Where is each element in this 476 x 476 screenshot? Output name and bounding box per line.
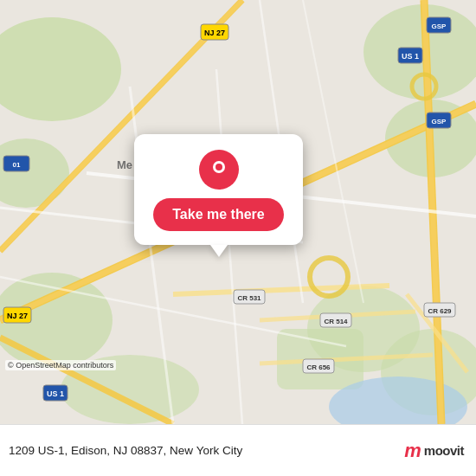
location-pin-icon	[199, 150, 239, 190]
svg-text:CR 514: CR 514	[324, 318, 348, 325]
svg-text:CR 531: CR 531	[237, 294, 261, 302]
svg-text:Me: Me	[117, 158, 132, 171]
address-text: 1209 US-1, Edison, NJ 08837, New York Ci…	[9, 444, 404, 457]
osm-attribution: © OpenStreetMap contributors	[5, 360, 116, 370]
svg-text:CR 629: CR 629	[428, 307, 452, 315]
popup: Take me there	[134, 134, 303, 245]
svg-text:NJ 27: NJ 27	[7, 312, 28, 320]
map-container: NJ 27 US 1 GSP GSP 01 NJ 27 US 1 CR 531 …	[0, 0, 476, 424]
moovit-m-icon: m	[404, 440, 421, 462]
svg-point-56	[215, 164, 222, 170]
moovit-logo: m moovit	[404, 440, 464, 462]
svg-text:CR 656: CR 656	[306, 363, 331, 371]
svg-text:US 1: US 1	[47, 389, 64, 398]
take-me-there-button[interactable]: Take me there	[153, 198, 283, 231]
svg-text:GSP: GSP	[432, 118, 447, 125]
svg-text:GSP: GSP	[432, 23, 447, 30]
svg-text:NJ 27: NJ 27	[204, 29, 225, 37]
svg-text:01: 01	[13, 161, 21, 169]
bottom-bar: 1209 US-1, Edison, NJ 08837, New York Ci…	[0, 424, 476, 476]
svg-text:US 1: US 1	[402, 52, 419, 61]
moovit-logo-text: moovit	[424, 443, 464, 458]
